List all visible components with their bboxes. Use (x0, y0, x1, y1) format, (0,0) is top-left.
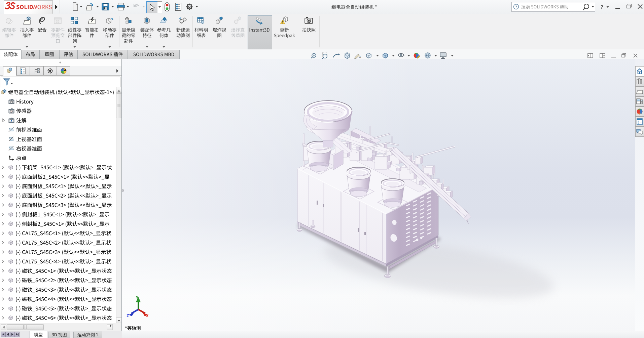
svg-text:A: A (359, 55, 361, 59)
